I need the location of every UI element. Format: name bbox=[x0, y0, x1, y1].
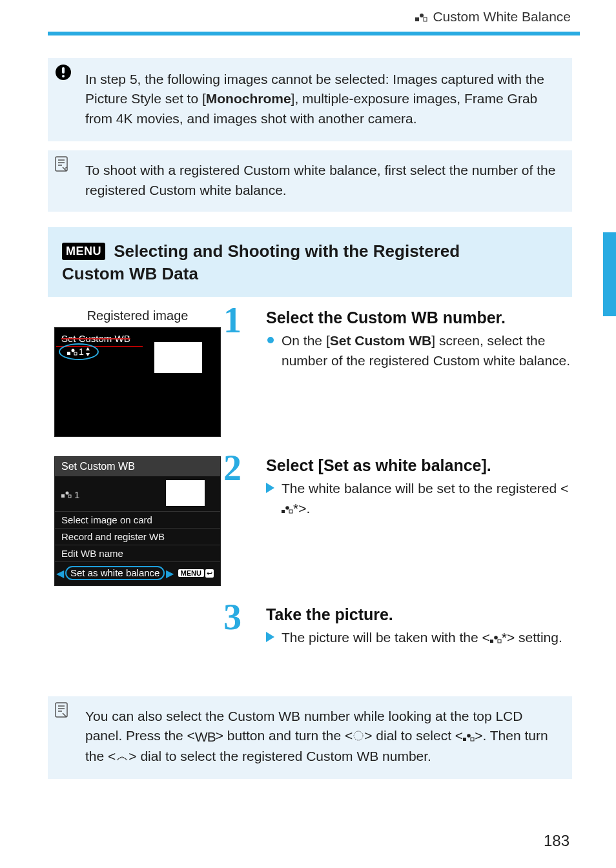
tip2-b: > button and turn the < bbox=[216, 728, 353, 743]
step-3-row: 3 Take the picture. The picture will be … bbox=[48, 605, 572, 651]
svg-rect-15 bbox=[68, 495, 71, 498]
note-icon bbox=[54, 156, 68, 177]
step-2-text: 2 Select [Set as white balance]. The whi… bbox=[227, 456, 572, 586]
svg-rect-0 bbox=[415, 17, 419, 21]
step3-text-a: The picture will be taken with the < bbox=[282, 630, 490, 645]
step2-text-a: The white balance will be set to the reg… bbox=[282, 481, 568, 496]
tip-note-2: You can also select the Custom WB number… bbox=[48, 696, 572, 779]
warning-icon bbox=[54, 63, 72, 86]
step-number-1: 1 bbox=[223, 302, 241, 338]
step-2-body: The white balance will be set to the reg… bbox=[266, 479, 572, 519]
step-3-bullet: The picture will be taken with the <*> s… bbox=[266, 628, 572, 649]
up-down-icon bbox=[85, 347, 90, 356]
svg-point-20 bbox=[494, 636, 498, 640]
warning-text-bold: Monochrome bbox=[206, 91, 291, 106]
section-tab-marker bbox=[603, 232, 616, 316]
warning-note: In step 5, the following images cannot b… bbox=[48, 58, 572, 141]
svg-rect-18 bbox=[289, 510, 293, 513]
svg-point-1 bbox=[420, 14, 424, 17]
document-page: Custom White Balance In step 5, the foll… bbox=[0, 0, 616, 868]
step-1-text: 1 Select the Custom WB number. On the [S… bbox=[227, 308, 572, 437]
svg-point-28 bbox=[467, 734, 471, 738]
bullet-dot-icon bbox=[267, 337, 274, 343]
page-number: 183 bbox=[544, 832, 570, 850]
tip1-text: To shoot with a registered Custom white … bbox=[85, 163, 555, 197]
note-icon bbox=[54, 701, 68, 723]
camera-screen-2: Set Custom WB 1 Select image on card Rec… bbox=[54, 456, 221, 586]
custom-wb-small-icon bbox=[67, 348, 77, 356]
header-rule bbox=[48, 32, 580, 35]
svg-rect-27 bbox=[463, 738, 466, 741]
step-3-body: The picture will be taken with the <*> s… bbox=[266, 628, 572, 649]
screen2-item2: Record and register WB bbox=[55, 528, 220, 545]
heading-text-1: Selecting and Shooting with the Register… bbox=[114, 241, 460, 261]
custom-wb-inline-icon bbox=[490, 629, 502, 649]
custom-wb-small-icon bbox=[61, 490, 72, 498]
svg-rect-29 bbox=[471, 738, 474, 741]
screen2-item1: Select image on card bbox=[55, 511, 220, 528]
screen2-thumbnail bbox=[166, 480, 205, 506]
step-1-figure: Registered image Set Custom WB 1 bbox=[48, 308, 227, 437]
svg-rect-10 bbox=[67, 352, 70, 355]
section-heading: MENU Selecting and Shooting with the Reg… bbox=[48, 227, 572, 297]
svg-rect-21 bbox=[498, 640, 501, 643]
menu-back-label: MENU bbox=[178, 569, 204, 577]
dial-icon bbox=[353, 727, 364, 747]
step-number-2: 2 bbox=[223, 450, 241, 486]
screen2-title: Set Custom WB bbox=[55, 457, 220, 476]
page-content: In step 5, the following images cannot b… bbox=[0, 39, 616, 779]
svg-point-17 bbox=[285, 506, 289, 510]
breadcrumb-text: Custom White Balance bbox=[433, 9, 571, 24]
step-3-title: Take the picture. bbox=[266, 605, 572, 624]
svg-rect-22 bbox=[56, 703, 67, 717]
step-1-title: Select the Custom WB number. bbox=[266, 308, 572, 327]
step-2-bullet: The white balance will be set to the reg… bbox=[266, 479, 572, 519]
svg-point-11 bbox=[72, 349, 75, 352]
screen1-thumbnail bbox=[154, 342, 202, 373]
step-2-row: Set Custom WB 1 Select image on card Rec… bbox=[48, 456, 572, 586]
step-number-3: 3 bbox=[223, 599, 241, 635]
step-2-figure: Set Custom WB 1 Select image on card Rec… bbox=[48, 456, 227, 586]
wb-button-icon: WB bbox=[195, 727, 216, 747]
step1-text-bold: Set Custom WB bbox=[330, 333, 432, 348]
svg-rect-16 bbox=[282, 510, 285, 513]
figure-caption: Registered image bbox=[48, 308, 227, 323]
screen2-set-button: Set as white balance bbox=[65, 566, 165, 580]
screen1-title: Set Custom WB bbox=[61, 333, 130, 344]
back-arrow-icon: ↩ bbox=[205, 569, 214, 578]
svg-rect-4 bbox=[62, 67, 65, 74]
step-1-row: Registered image Set Custom WB 1 1 Selec… bbox=[48, 308, 572, 437]
heading-line1: MENU Selecting and Shooting with the Reg… bbox=[62, 240, 558, 263]
step-1-bullet: On the [Set Custom WB] screen, select th… bbox=[266, 331, 572, 370]
step-3-figure-empty bbox=[48, 605, 227, 651]
screen2-sub: 1 bbox=[55, 476, 220, 511]
menu-badge: MENU bbox=[62, 243, 105, 260]
svg-point-26 bbox=[354, 731, 363, 740]
svg-point-5 bbox=[62, 75, 65, 77]
screen2-item3: Edit WB name bbox=[55, 545, 220, 561]
page-header: Custom White Balance bbox=[0, 0, 616, 35]
step3-text-b: *> setting. bbox=[502, 630, 562, 645]
left-arrow-icon: ◀ bbox=[56, 567, 64, 580]
screen2-wb-num: 1 bbox=[74, 489, 79, 500]
heading-line2: Custom WB Data bbox=[62, 263, 558, 285]
tip-note-1: To shoot with a registered Custom white … bbox=[48, 150, 572, 212]
svg-rect-12 bbox=[74, 352, 77, 355]
tip2-c: > dial to select < bbox=[364, 728, 463, 743]
step-2-title: Select [Set as white balance]. bbox=[266, 456, 572, 475]
screen1-wb-selector: 1 bbox=[59, 343, 99, 360]
svg-rect-13 bbox=[61, 494, 65, 498]
tip2-e: > dial to select the registered Custom W… bbox=[128, 749, 431, 763]
triangle-bullet-icon bbox=[266, 632, 274, 642]
svg-point-14 bbox=[66, 492, 69, 495]
step1-text-a: On the [ bbox=[282, 333, 330, 348]
camera-screen-1: Set Custom WB 1 bbox=[54, 327, 221, 437]
main-dial-icon bbox=[116, 747, 128, 767]
svg-rect-19 bbox=[490, 640, 493, 643]
breadcrumb: Custom White Balance bbox=[0, 0, 616, 32]
step-1-body: On the [Set Custom WB] screen, select th… bbox=[266, 331, 572, 370]
step2-text-b: *>. bbox=[293, 501, 310, 516]
screen2-footer: ◀ Set as white balance ▶ MENU↩ bbox=[55, 561, 220, 585]
triangle-bullet-icon bbox=[266, 483, 274, 493]
step-3-text: 3 Take the picture. The picture will be … bbox=[227, 605, 572, 651]
